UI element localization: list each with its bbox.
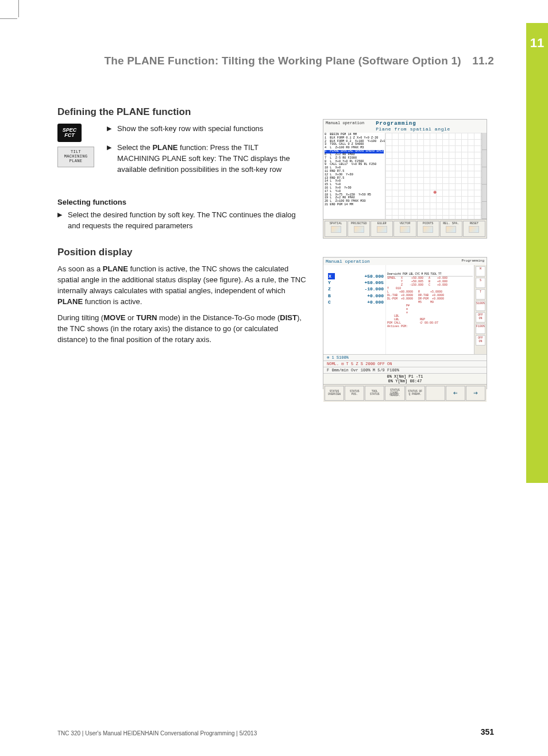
crop-marks xyxy=(0,0,34,34)
softkey-reset: RESET xyxy=(463,221,485,237)
softkey-projected: PROJECTED xyxy=(348,221,370,237)
ss2-mode-right: Programming xyxy=(461,259,484,264)
ss1-nc-program: 0 BEGIN PGM 14 MM 1 BLK FORM 0.1 Z X+0 Y… xyxy=(323,133,385,219)
header-title: The PLANE Function: Tilting the Working … xyxy=(104,55,461,67)
screenshot-programming: Manual operation Programming Plane from … xyxy=(323,119,487,239)
axis-row-Y: Y+50.005 xyxy=(328,279,384,286)
softkey-relspa: REL. SPA. xyxy=(440,221,462,237)
ss2-bar3: F 0mm/min Ovr 100% M 5/9 F100% xyxy=(323,367,487,373)
softkey-spatial: SPATIAL xyxy=(325,221,347,237)
softkey-status-coord-transf-: STATUS COORD. TRANSF. xyxy=(385,386,404,401)
chapter-number: 11 xyxy=(530,36,544,50)
ss2-position-display: X+50.000Y+50.005Z-10.000B+0.000C+0.000 xyxy=(323,265,385,354)
tilt-machining-plane-softkey-icon: TILT MACHINING PLANE xyxy=(57,147,94,167)
override-button: OFF ON xyxy=(476,312,485,323)
softkey-status-of-q-param-: STATUS OF Q PARAM. xyxy=(406,386,425,401)
selecting-step-text: Select the desired function by soft key.… xyxy=(68,210,310,232)
bullet-arrow-icon: ▶ xyxy=(107,143,117,152)
screenshot-manual-operation: Manual operation Programming X+50.000Y+5… xyxy=(323,257,487,389)
axis-row-X: X+50.000 xyxy=(328,273,384,279)
footer-text: TNC 320 | User's Manual HEIDENHAIN Conve… xyxy=(57,730,257,736)
override-button: T xyxy=(476,289,485,300)
page-header: The PLANE Function: Tilting the Working … xyxy=(57,55,494,67)
softkey-euler: EULER xyxy=(371,221,393,237)
ss1-subtitle: Plane from spatial angle xyxy=(376,126,484,132)
override-button: OFF ON xyxy=(476,335,485,346)
ss2-right-buttons: MSTS100%OFF ONF100%OFF ON xyxy=(474,265,487,354)
softkey--: ⇐ xyxy=(446,386,465,401)
ss2-tabs: Oversicht PGM LBL CYC M POS TOOL TT xyxy=(387,273,473,277)
step-1-text: Show the soft-key row with special funct… xyxy=(117,124,302,135)
softkey-status-overview: STATUS OVERVIEW xyxy=(325,386,344,401)
ss2-status-info: Oversicht PGM LBL CYC M POS TOOL TT SPND… xyxy=(385,265,474,354)
step-2-text: Select the PLANE function: Press the TIL… xyxy=(117,143,302,175)
step-2: ▶ Select the PLANE function: Press the T… xyxy=(107,143,302,175)
ss2-bar2: NOML. ⊡ T 5 Z S 2000 OFF ON xyxy=(323,360,487,367)
origin-marker-icon: ⊕ xyxy=(434,189,437,195)
override-button: S100% xyxy=(476,301,485,311)
axis-row-B: B+0.000 xyxy=(328,293,384,299)
softkey-points: POINTS xyxy=(417,221,439,237)
section-title-defining: Defining the PLANE function xyxy=(57,106,494,118)
section-title-position: Position display xyxy=(57,247,494,258)
spec-fct-key-icon: SPEC FCT xyxy=(57,124,82,142)
page-footer: TNC 320 | User's Manual HEIDENHAIN Conve… xyxy=(57,727,494,736)
ss1-softkey-row: SPATIALPROJECTEDEULERVECTORPOINTSREL. SP… xyxy=(323,219,487,238)
override-button: M xyxy=(476,266,485,277)
position-para-1: As soon as a PLANE function is active, t… xyxy=(57,264,310,307)
ss1-mode-right: Programming xyxy=(376,121,416,126)
step-1: ▶ Show the soft-key row with special fun… xyxy=(107,124,302,135)
softkey-tool-status: TOOL STATUS xyxy=(365,386,384,401)
chapter-tab: 11 xyxy=(526,23,548,483)
ss2-mode: Manual operation xyxy=(326,259,370,264)
ss2-load-status: 0% X[Nm] P1 -T1 0% Y[Nm] 08:47 xyxy=(323,373,487,384)
bullet-arrow-icon: ▶ xyxy=(57,210,68,220)
position-para-2: During tilting (MOVE or TURN mode) in th… xyxy=(57,313,310,346)
page-number: 351 xyxy=(481,727,494,736)
softkey-vector: VECTOR xyxy=(393,221,416,237)
override-button: S xyxy=(476,278,485,288)
ss2-softkey-row: STATUS OVERVIEWSTATUS POS.TOOL STATUSSTA… xyxy=(323,384,487,402)
ss1-scrollbar xyxy=(481,133,487,219)
selecting-step: ▶ Select the desired function by soft ke… xyxy=(57,210,310,232)
softkey-status-pos-: STATUS POS. xyxy=(345,386,364,401)
axis-row-Z: Z-10.000 xyxy=(328,286,384,292)
override-button: F100% xyxy=(476,324,485,334)
softkey--: ⇒ xyxy=(466,386,485,401)
ss1-mode-left: Manual operation xyxy=(326,121,364,132)
bullet-arrow-icon: ▶ xyxy=(107,124,117,133)
header-section: 11.2 xyxy=(472,55,494,67)
softkey-blank xyxy=(426,386,445,401)
axis-row-C: C+0.000 xyxy=(328,299,384,305)
ss1-graphic-area: ⊕ xyxy=(385,133,481,219)
ss2-bar1: ⊕ 1 S100% xyxy=(323,354,487,360)
